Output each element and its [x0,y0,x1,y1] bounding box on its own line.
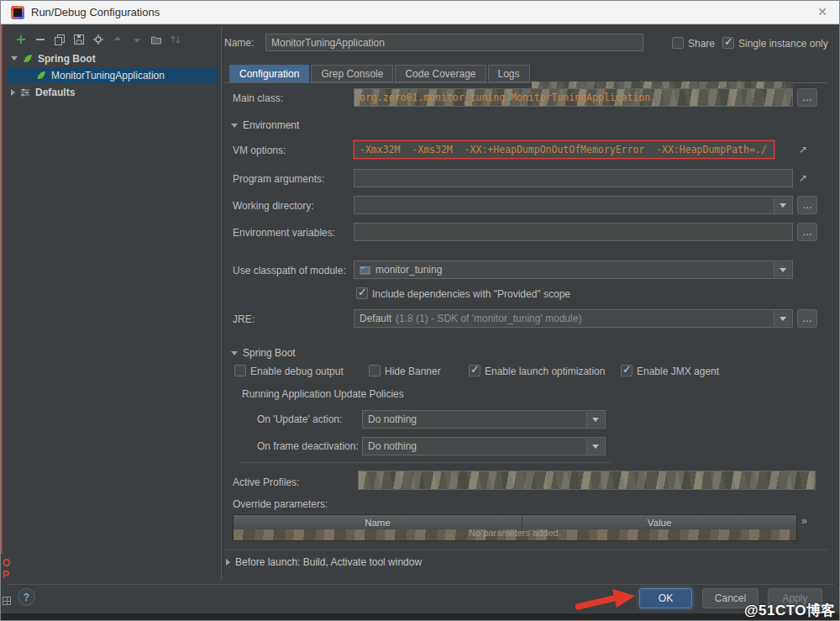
background-text-fragment: O [3,558,10,568]
working-directory-combo[interactable] [354,196,793,214]
main-class-browse-button[interactable]: … [797,88,817,107]
column-header-value[interactable]: Value [522,515,796,529]
spring-boot-section-header[interactable]: Spring Boot [231,347,296,359]
defaults-icon [19,87,31,98]
update-policies-title: Running Application Update Policies [242,388,404,400]
tab-code-coverage[interactable]: Code Coverage [395,65,486,82]
provided-scope-label: Include dependencies with "Provided" sco… [372,288,570,300]
help-button[interactable]: ? [18,588,35,606]
annotation-arrow [575,586,636,613]
environment-variables-field[interactable] [354,223,793,241]
separator [224,550,827,550]
expand-arrow-icon[interactable] [226,559,230,566]
share-checkbox[interactable] [672,37,684,49]
override-parameters-table[interactable]: Name Value No parameters added. [233,514,797,541]
tree-item-label: Spring Boot [38,53,96,65]
program-arguments-expand-icon[interactable]: ↗ [795,171,811,186]
tree-item-monitor-tuning-application[interactable]: MonitorTuningApplication [8,67,218,83]
hide-banner-label: Hide Banner [385,366,441,377]
tree-item-defaults[interactable]: Defaults [11,84,218,100]
jre-browse-button[interactable]: … [797,309,817,328]
vm-options-expand-icon[interactable]: ↗ [795,142,811,157]
before-launch-label: Before launch: Build, Activate tool wind… [235,556,422,568]
main-class-field[interactable]: org.zero01.monitor_tuning.MonitorTuningA… [354,88,793,107]
tab-configuration[interactable]: Configuration [229,65,309,82]
environment-section-title: Environment [243,119,299,131]
enable-debug-output-label: Enable debug output [250,366,344,377]
table-empty-row: No parameters added. [234,529,796,540]
active-profiles-field[interactable] [358,471,816,490]
run-debug-configurations-dialog: Run/Debug Configurations ✕ O P Spring Bo [0,0,840,621]
collapse-arrow-icon[interactable] [11,56,18,61]
collapse-arrow-icon [231,124,238,128]
background-icon-fragment [3,597,11,605]
move-up-icon [111,33,124,46]
environment-section-header[interactable]: Environment [231,119,299,131]
working-directory-browse-button[interactable]: … [797,196,817,214]
configurations-toolbar [14,33,182,46]
main-class-value: org.zero01.monitor_tuning.MonitorTuningA… [360,92,650,103]
background-text-fragment: P [3,570,9,580]
jre-label: JRE: [233,313,255,325]
chevron-down-icon[interactable] [586,439,604,454]
group-border [240,462,612,463]
on-frame-deactivation-value: Do nothing [368,440,417,452]
ok-button[interactable]: OK [639,588,692,608]
on-frame-deactivation-label: On frame deactivation: [257,440,359,452]
environment-variables-browse-button[interactable]: … [797,223,817,241]
spring-boot-run-config-icon [35,70,47,82]
table-more-button[interactable]: » [801,515,807,527]
edit-defaults-icon[interactable] [92,33,105,46]
collapse-arrow-icon [231,351,238,355]
empty-table-text: No parameters added. [469,529,560,538]
copy-icon[interactable] [53,33,66,46]
name-input[interactable]: MonitorTuningApplication [265,34,643,51]
remove-icon[interactable] [34,33,47,46]
left-edge-artifact [1,24,3,554]
enable-debug-output-checkbox[interactable] [234,365,246,376]
footer-separator [8,584,834,585]
add-icon[interactable] [14,33,28,46]
before-launch-row[interactable]: Before launch: Build, Activate tool wind… [226,556,422,568]
jre-combo[interactable]: Default (1.8 (1) - SDK of 'monitor_tunin… [354,309,793,328]
classpath-module-label: Use classpath of module: [233,265,346,276]
tab-grep-console[interactable]: Grep Console [311,65,393,82]
tree-item-spring-boot[interactable]: Spring Boot [11,50,218,66]
enable-launch-optimization-checkbox[interactable] [469,365,480,376]
on-update-action-value: Do nothing [368,413,417,425]
program-arguments-field[interactable] [354,169,793,187]
on-frame-deactivation-combo[interactable]: Do nothing [362,437,606,455]
bottom-edge-strip [1,613,840,621]
single-instance-label: Single instance only [738,38,828,50]
on-update-action-label: On 'Update' action: [257,413,342,425]
chevron-down-icon[interactable] [586,412,604,427]
tree-item-label: Defaults [35,87,75,98]
panel-divider [221,26,222,581]
enable-jmx-agent-checkbox[interactable] [621,365,633,376]
close-icon[interactable]: ✕ [817,1,827,24]
vm-options-field[interactable]: -Xmx32M -Xms32M -XX:+HeapDumpOnOutOfMemo… [354,140,774,159]
save-icon[interactable] [72,33,86,46]
vm-options-value: -Xmx32M -Xms32M -XX:+HeapDumpOnOutOfMemo… [360,144,767,155]
environment-variables-label: Environment variables: [233,227,335,239]
active-profiles-label: Active Profiles: [233,476,299,488]
classpath-module-combo[interactable]: monitor_tuning [354,261,793,279]
provided-scope-checkbox[interactable] [356,287,368,299]
enable-launch-optimization-label: Enable launch optimization [485,366,605,377]
expand-arrow-icon[interactable] [11,89,15,96]
tree-item-label: MonitorTuningApplication [51,70,165,82]
chevron-down-icon[interactable] [774,197,791,213]
chevron-down-icon[interactable] [774,311,791,326]
chevron-down-icon[interactable] [774,262,791,277]
tab-logs[interactable]: Logs [488,65,530,82]
single-instance-checkbox[interactable] [722,37,734,49]
column-header-name[interactable]: Name [234,515,522,529]
intellij-logo-icon [11,6,24,19]
on-update-action-combo[interactable]: Do nothing [362,410,606,429]
new-folder-icon[interactable] [150,33,163,46]
module-icon [360,265,370,276]
dialog-titlebar: Run/Debug Configurations ✕ [1,1,839,24]
hide-banner-checkbox[interactable] [369,365,381,376]
spring-boot-icon [22,53,34,65]
working-directory-label: Working directory: [233,200,313,212]
